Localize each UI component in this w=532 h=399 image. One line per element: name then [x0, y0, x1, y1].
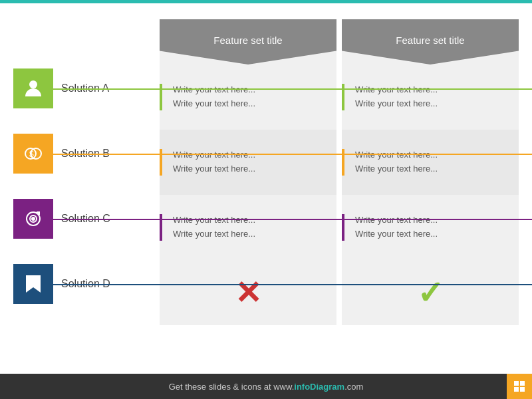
cell-text-line1-0-2: Write your text here... — [173, 213, 323, 227]
solution-divider-1 — [53, 154, 532, 155]
logo-icon — [513, 380, 526, 393]
col-header-1: Feature set title — [342, 19, 519, 65]
feature-cell-0-3: ✕ — [160, 260, 336, 325]
solution-icon-1: $ — [13, 134, 53, 174]
cell-text-line1-1-0: Write your text here... — [355, 83, 505, 97]
columns-area: Feature set titleWrite your text here...… — [160, 19, 519, 325]
svg-rect-8 — [520, 381, 525, 386]
solution-label-3: Solution D — [61, 278, 110, 290]
svg-rect-9 — [514, 387, 519, 392]
feature-cell-1-1: Write your text here...Write your text h… — [342, 130, 519, 195]
cell-text-line2-1-1: Write your text here... — [355, 162, 505, 176]
footer-brand: infoDiagram — [294, 382, 344, 392]
page-title — [0, 3, 532, 19]
cross-symbol: ✕ — [235, 274, 261, 311]
footer-logo — [507, 374, 532, 399]
feature-col-0: Feature set titleWrite your text here...… — [160, 19, 336, 325]
cell-text-line1-0-1: Write your text here... — [173, 148, 323, 162]
svg-point-0 — [29, 80, 37, 88]
cell-text-line2-1-2: Write your text here... — [355, 227, 505, 241]
cell-text-line1-0-0: Write your text here... — [173, 83, 323, 97]
cell-text-line1-1-1: Write your text here... — [355, 148, 505, 162]
solution-icon-0 — [13, 68, 53, 108]
svg-rect-7 — [514, 381, 519, 386]
check-symbol: ✓ — [417, 274, 444, 311]
solution-label-0: Solution A — [61, 82, 109, 94]
solution-icon-2 — [13, 199, 53, 239]
feature-cell-0-0: Write your text here...Write your text h… — [160, 65, 336, 130]
feature-cell-0-1: Write your text here...Write your text h… — [160, 130, 336, 195]
solution-row-2: Solution C — [13, 186, 160, 251]
cell-text-line1-1-2: Write your text here... — [355, 213, 505, 227]
feature-cell-1-3: ✓ — [342, 260, 519, 325]
feature-rows-1: Write your text here...Write your text h… — [342, 65, 519, 325]
cell-text-line2-0-0: Write your text here... — [173, 97, 323, 111]
main-content: Solution A$Solution BSolution CSolution … — [0, 19, 532, 325]
feature-col-1: Feature set titleWrite your text here...… — [342, 19, 519, 325]
cell-text-line2-1-0: Write your text here... — [355, 97, 505, 111]
solution-row-3: Solution D — [13, 251, 160, 317]
col-header-0: Feature set title — [160, 19, 336, 65]
footer-text: Get these slides & icons at www.infoDiag… — [169, 382, 364, 392]
solution-divider-0 — [53, 88, 532, 90]
solution-row-1: $Solution B — [13, 121, 160, 186]
solutions-column: Solution A$Solution BSolution CSolution … — [13, 19, 160, 325]
feature-cell-1-2: Write your text here...Write your text h… — [342, 195, 519, 260]
svg-point-6 — [32, 217, 35, 220]
solution-divider-2 — [53, 219, 532, 220]
solution-divider-3 — [53, 284, 532, 285]
feature-cell-1-0: Write your text here...Write your text h… — [342, 65, 519, 130]
feature-cell-0-2: Write your text here...Write your text h… — [160, 195, 336, 260]
solution-row-0: Solution A — [13, 56, 160, 121]
footer-bar: Get these slides & icons at www.infoDiag… — [0, 374, 532, 399]
cell-text-line2-0-2: Write your text here... — [173, 227, 323, 241]
svg-text:$: $ — [29, 150, 34, 159]
svg-rect-10 — [520, 387, 525, 392]
solution-icon-3 — [13, 264, 53, 304]
feature-rows-0: Write your text here...Write your text h… — [160, 65, 336, 325]
solution-label-2: Solution C — [61, 213, 110, 225]
solution-label-1: Solution B — [61, 148, 110, 160]
cell-text-line2-0-1: Write your text here... — [173, 162, 323, 176]
